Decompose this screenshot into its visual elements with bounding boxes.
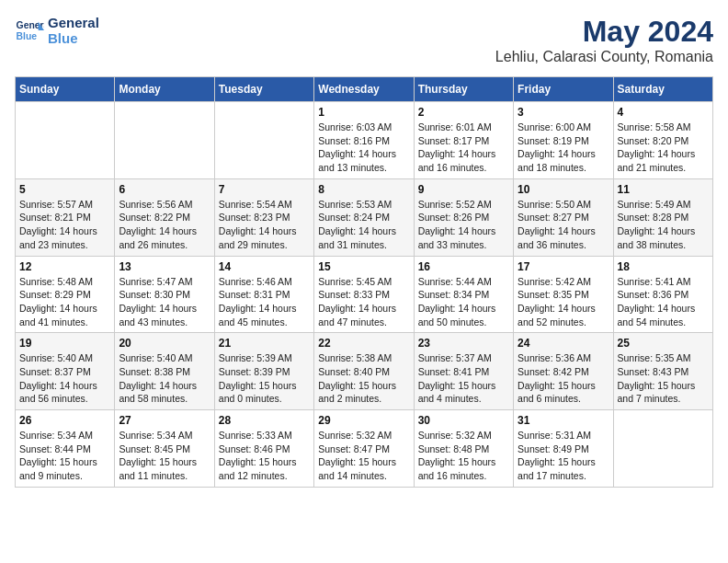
calendar-cell: 5Sunrise: 5:57 AM Sunset: 8:21 PM Daylig… bbox=[16, 178, 115, 256]
calendar-week-row: 5Sunrise: 5:57 AM Sunset: 8:21 PM Daylig… bbox=[16, 178, 713, 256]
weekday-header-wednesday: Wednesday bbox=[314, 77, 414, 102]
calendar-cell: 4Sunrise: 5:58 AM Sunset: 8:20 PM Daylig… bbox=[613, 102, 712, 179]
day-number: 30 bbox=[418, 414, 509, 427]
calendar-cell bbox=[115, 102, 214, 179]
day-number: 5 bbox=[19, 183, 110, 196]
calendar-cell bbox=[214, 102, 313, 179]
calendar-cell: 15Sunrise: 5:45 AM Sunset: 8:33 PM Dayli… bbox=[314, 256, 414, 333]
calendar-cell: 10Sunrise: 5:50 AM Sunset: 8:27 PM Dayli… bbox=[514, 178, 613, 256]
calendar-cell: 31Sunrise: 5:31 AM Sunset: 8:49 PM Dayli… bbox=[514, 410, 613, 488]
day-info: Sunrise: 5:49 AM Sunset: 8:28 PM Dayligh… bbox=[618, 198, 709, 252]
day-number: 4 bbox=[618, 106, 709, 119]
calendar-body: 1Sunrise: 6:03 AM Sunset: 8:16 PM Daylig… bbox=[16, 102, 713, 488]
weekday-header-saturday: Saturday bbox=[613, 77, 712, 102]
day-info: Sunrise: 5:39 AM Sunset: 8:39 PM Dayligh… bbox=[219, 351, 310, 406]
calendar-cell: 23Sunrise: 5:37 AM Sunset: 8:41 PM Dayli… bbox=[414, 333, 513, 410]
calendar-cell: 2Sunrise: 6:01 AM Sunset: 8:17 PM Daylig… bbox=[414, 102, 513, 179]
calendar-cell: 1Sunrise: 6:03 AM Sunset: 8:16 PM Daylig… bbox=[314, 102, 414, 179]
month-year-title: May 2024 bbox=[495, 15, 713, 49]
day-info: Sunrise: 5:41 AM Sunset: 8:36 PM Dayligh… bbox=[618, 275, 709, 329]
day-number: 2 bbox=[418, 106, 509, 119]
calendar-cell: 7Sunrise: 5:54 AM Sunset: 8:23 PM Daylig… bbox=[214, 178, 313, 256]
day-info: Sunrise: 5:57 AM Sunset: 8:21 PM Dayligh… bbox=[19, 198, 110, 252]
day-info: Sunrise: 5:50 AM Sunset: 8:27 PM Dayligh… bbox=[518, 198, 609, 252]
calendar-cell: 24Sunrise: 5:36 AM Sunset: 8:42 PM Dayli… bbox=[514, 333, 613, 410]
calendar-cell: 12Sunrise: 5:48 AM Sunset: 8:29 PM Dayli… bbox=[16, 256, 115, 333]
day-info: Sunrise: 5:35 AM Sunset: 8:43 PM Dayligh… bbox=[618, 351, 709, 406]
calendar-cell: 16Sunrise: 5:44 AM Sunset: 8:34 PM Dayli… bbox=[414, 256, 513, 333]
day-info: Sunrise: 6:01 AM Sunset: 8:17 PM Dayligh… bbox=[418, 121, 509, 175]
day-info: Sunrise: 5:56 AM Sunset: 8:22 PM Dayligh… bbox=[119, 198, 210, 252]
location-subtitle: Lehliu, Calarasi County, Romania bbox=[495, 49, 713, 65]
calendar-cell: 6Sunrise: 5:56 AM Sunset: 8:22 PM Daylig… bbox=[115, 178, 214, 256]
day-info: Sunrise: 5:46 AM Sunset: 8:31 PM Dayligh… bbox=[219, 275, 310, 329]
calendar-cell: 14Sunrise: 5:46 AM Sunset: 8:31 PM Dayli… bbox=[214, 256, 313, 333]
day-number: 19 bbox=[19, 337, 110, 350]
weekday-header-thursday: Thursday bbox=[414, 77, 513, 102]
calendar-cell: 3Sunrise: 6:00 AM Sunset: 8:19 PM Daylig… bbox=[514, 102, 613, 179]
day-info: Sunrise: 5:34 AM Sunset: 8:45 PM Dayligh… bbox=[119, 429, 210, 483]
calendar-cell: 26Sunrise: 5:34 AM Sunset: 8:44 PM Dayli… bbox=[16, 410, 115, 488]
calendar-week-row: 19Sunrise: 5:40 AM Sunset: 8:37 PM Dayli… bbox=[16, 333, 713, 410]
day-info: Sunrise: 5:45 AM Sunset: 8:33 PM Dayligh… bbox=[318, 275, 409, 329]
calendar-cell: 22Sunrise: 5:38 AM Sunset: 8:40 PM Dayli… bbox=[314, 333, 414, 410]
day-number: 21 bbox=[219, 337, 310, 350]
calendar-cell: 11Sunrise: 5:49 AM Sunset: 8:28 PM Dayli… bbox=[613, 178, 712, 256]
calendar-cell: 27Sunrise: 5:34 AM Sunset: 8:45 PM Dayli… bbox=[115, 410, 214, 488]
day-info: Sunrise: 5:36 AM Sunset: 8:42 PM Dayligh… bbox=[518, 351, 609, 406]
day-info: Sunrise: 5:44 AM Sunset: 8:34 PM Dayligh… bbox=[418, 275, 509, 329]
day-number: 7 bbox=[219, 183, 310, 196]
day-number: 1 bbox=[318, 106, 409, 119]
logo-line2: Blue bbox=[48, 30, 99, 46]
day-number: 16 bbox=[418, 260, 509, 273]
calendar-cell: 29Sunrise: 5:32 AM Sunset: 8:47 PM Dayli… bbox=[314, 410, 414, 488]
calendar-week-row: 26Sunrise: 5:34 AM Sunset: 8:44 PM Dayli… bbox=[16, 410, 713, 488]
day-info: Sunrise: 5:37 AM Sunset: 8:41 PM Dayligh… bbox=[418, 351, 509, 406]
page-header: General Blue General Blue May 2024 Lehli… bbox=[15, 15, 713, 65]
day-info: Sunrise: 5:40 AM Sunset: 8:37 PM Dayligh… bbox=[19, 351, 110, 406]
calendar-table: SundayMondayTuesdayWednesdayThursdayFrid… bbox=[15, 76, 713, 488]
calendar-cell: 20Sunrise: 5:40 AM Sunset: 8:38 PM Dayli… bbox=[115, 333, 214, 410]
svg-text:Blue: Blue bbox=[17, 31, 38, 41]
weekday-header-sunday: Sunday bbox=[16, 77, 115, 102]
logo-line1: General bbox=[48, 15, 99, 30]
day-number: 8 bbox=[318, 183, 409, 196]
day-number: 23 bbox=[418, 337, 509, 350]
day-info: Sunrise: 5:40 AM Sunset: 8:38 PM Dayligh… bbox=[119, 351, 210, 406]
weekday-header-friday: Friday bbox=[514, 77, 613, 102]
day-number: 20 bbox=[119, 337, 210, 350]
calendar-cell: 25Sunrise: 5:35 AM Sunset: 8:43 PM Dayli… bbox=[613, 333, 712, 410]
day-number: 25 bbox=[618, 337, 709, 350]
day-number: 31 bbox=[518, 414, 609, 427]
day-info: Sunrise: 5:32 AM Sunset: 8:48 PM Dayligh… bbox=[418, 429, 509, 483]
day-info: Sunrise: 5:53 AM Sunset: 8:24 PM Dayligh… bbox=[318, 198, 409, 252]
day-info: Sunrise: 5:38 AM Sunset: 8:40 PM Dayligh… bbox=[318, 351, 409, 406]
calendar-cell bbox=[16, 102, 115, 179]
calendar-cell: 30Sunrise: 5:32 AM Sunset: 8:48 PM Dayli… bbox=[414, 410, 513, 488]
day-info: Sunrise: 5:54 AM Sunset: 8:23 PM Dayligh… bbox=[219, 198, 310, 252]
day-info: Sunrise: 5:42 AM Sunset: 8:35 PM Dayligh… bbox=[518, 275, 609, 329]
day-info: Sunrise: 5:31 AM Sunset: 8:49 PM Dayligh… bbox=[518, 429, 609, 483]
day-number: 28 bbox=[219, 414, 310, 427]
logo: General Blue General Blue bbox=[15, 15, 99, 46]
day-number: 14 bbox=[219, 260, 310, 273]
calendar-cell: 9Sunrise: 5:52 AM Sunset: 8:26 PM Daylig… bbox=[414, 178, 513, 256]
title-block: May 2024 Lehliu, Calarasi County, Romani… bbox=[495, 15, 713, 65]
day-number: 24 bbox=[518, 337, 609, 350]
calendar-cell: 19Sunrise: 5:40 AM Sunset: 8:37 PM Dayli… bbox=[16, 333, 115, 410]
day-number: 22 bbox=[318, 337, 409, 350]
logo-icon: General Blue bbox=[15, 16, 44, 45]
calendar-cell: 21Sunrise: 5:39 AM Sunset: 8:39 PM Dayli… bbox=[214, 333, 313, 410]
calendar-cell bbox=[613, 410, 712, 488]
day-number: 13 bbox=[119, 260, 210, 273]
day-number: 29 bbox=[318, 414, 409, 427]
day-number: 10 bbox=[518, 183, 609, 196]
calendar-cell: 8Sunrise: 5:53 AM Sunset: 8:24 PM Daylig… bbox=[314, 178, 414, 256]
calendar-cell: 13Sunrise: 5:47 AM Sunset: 8:30 PM Dayli… bbox=[115, 256, 214, 333]
day-info: Sunrise: 5:33 AM Sunset: 8:46 PM Dayligh… bbox=[219, 429, 310, 483]
day-number: 18 bbox=[618, 260, 709, 273]
day-info: Sunrise: 5:34 AM Sunset: 8:44 PM Dayligh… bbox=[19, 429, 110, 483]
day-number: 27 bbox=[119, 414, 210, 427]
weekday-header-monday: Monday bbox=[115, 77, 214, 102]
day-number: 11 bbox=[618, 183, 709, 196]
